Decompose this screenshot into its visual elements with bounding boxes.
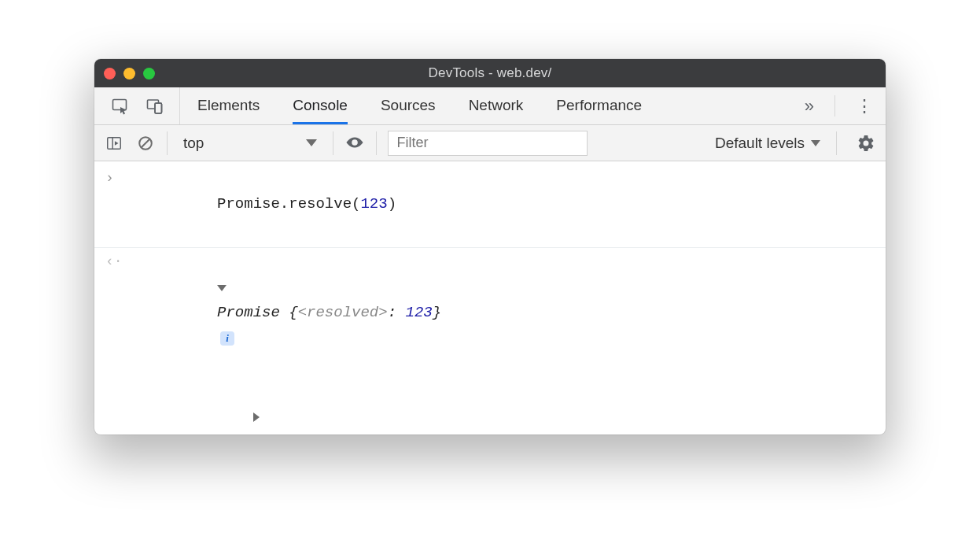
window-title: DevTools - web.dev/ [94,65,886,81]
window-controls [104,68,155,80]
svg-line-8 [142,139,150,147]
more-tabs-icon[interactable]: » [805,96,814,116]
chevron-down-icon [306,139,317,146]
chevron-down-icon [811,140,820,146]
kebab-menu-icon[interactable]: ⋮ [856,96,873,116]
input-chevron-icon: › [105,166,114,242]
svg-rect-2 [155,103,162,113]
tab-network[interactable]: Network [469,87,524,124]
toggle-sidebar-icon[interactable] [104,133,124,153]
titlebar: DevTools - web.dev/ [94,59,886,87]
proto-row[interactable]: __proto__: Promise [94,378,886,435]
maximize-window-button[interactable] [143,68,155,80]
tab-elements[interactable]: Elements [197,87,260,124]
context-label: top [183,135,204,152]
disclosure-expanded-icon[interactable] [217,285,227,291]
filter-input[interactable] [388,131,588,156]
output-chevron-icon: ‹· [105,250,123,376]
disclosure-collapsed-icon[interactable] [253,412,260,422]
svg-marker-6 [115,141,119,146]
console-settings-icon[interactable] [856,133,876,153]
levels-label: Default levels [715,135,805,152]
tab-sources[interactable]: Sources [381,87,436,124]
minimize-window-button[interactable] [123,68,135,80]
console-output: › Promise.resolve(123) ‹· Promise {<reso… [94,161,886,435]
tab-console[interactable]: Console [293,87,348,124]
tab-performance[interactable]: Performance [556,87,642,124]
panel-tabstrip: Elements Console Sources Network Perform… [94,87,886,125]
execution-context-select[interactable]: top [179,131,322,156]
device-toolbar-icon[interactable] [145,96,165,116]
devtools-window: DevTools - web.dev/ [94,59,886,435]
console-input-echo: › Promise.resolve(123) [94,165,886,248]
console-toolbar: top Default levels [94,125,886,161]
clear-console-icon[interactable] [135,133,156,153]
live-expression-icon[interactable] [344,133,365,153]
svg-rect-0 [113,99,127,109]
info-badge-icon[interactable]: i [220,331,234,346]
svg-point-9 [353,140,356,143]
close-window-button[interactable] [104,68,116,80]
log-levels-select[interactable]: Default levels [715,135,825,152]
inspect-element-icon[interactable] [110,96,131,116]
console-result-row[interactable]: ‹· Promise {<resolved>: 123} i [94,248,886,378]
svg-rect-4 [108,137,121,149]
